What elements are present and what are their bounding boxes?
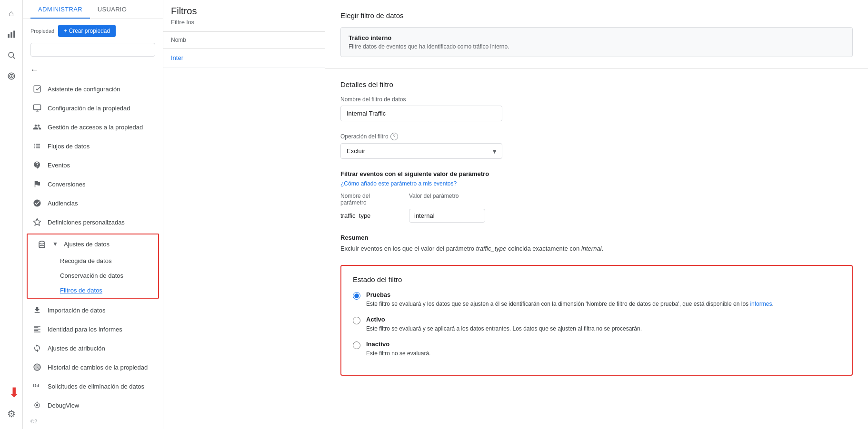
sidebar-item-definiciones[interactable]: Definiciones personalizadas <box>23 213 163 232</box>
sidebar-item-label: Importación de datos <box>48 307 105 314</box>
back-button[interactable]: ← <box>27 62 42 78</box>
svg-text:Dd: Dd <box>33 383 40 388</box>
radio-pruebas[interactable] <box>353 292 360 300</box>
upload-icon <box>32 305 42 315</box>
tab-administrar[interactable]: ADMINISTRAR <box>30 0 90 19</box>
main-content: Filtros Filtre los Nomb Inter Elegir fil… <box>163 0 868 429</box>
sidebar-item-recogida[interactable]: Recogida de datos <box>52 254 158 268</box>
column-header-name: Nomb <box>171 37 186 43</box>
radio-option-activo: Activo Este filtro se evaluará y se apli… <box>353 316 840 333</box>
radio-inactivo-label: Inactivo <box>366 341 430 348</box>
sidebar-item-label: Configuración de la propiedad <box>48 105 130 112</box>
sidebar-item-historial[interactable]: Historial de cambios de la propiedad <box>23 358 163 377</box>
filter-params-link[interactable]: ¿Cómo añado este parámetro a mis eventos… <box>340 180 853 187</box>
filters-list-panel: Filtros Filtre los Nomb Inter <box>163 0 325 429</box>
left-icon-nav: ⌂ ⚙ <box>0 0 23 429</box>
sidebar-item-label: Gestión de accesos a la propiedad <box>48 124 143 131</box>
gear-icon[interactable]: ⚙ <box>2 404 21 423</box>
filters-page-header: Filtros Filtre los <box>163 0 325 32</box>
sidebar-item-gestion[interactable]: Gestión de accesos a la propiedad <box>23 117 163 136</box>
sidebar-item-audiencias[interactable]: Audiencias <box>23 194 163 213</box>
params-table: Nombre del parámetro Valor del parámetro… <box>340 193 853 223</box>
filter-name-input[interactable] <box>340 106 502 121</box>
solicitudes-icon: Dd <box>32 381 42 391</box>
eventos-icon <box>32 160 42 170</box>
sidebar-item-conversiones[interactable]: Conversiones <box>23 175 163 194</box>
params-header: Nombre del parámetro Valor del parámetro <box>340 193 853 206</box>
audiencias-icon <box>32 198 42 208</box>
sidebar-item-filtros[interactable]: Filtros de datos <box>52 283 158 298</box>
sidebar-item-atribucion[interactable]: Ajustes de atribución <box>23 339 163 358</box>
svg-point-14 <box>36 404 39 407</box>
radio-activo[interactable] <box>353 317 360 324</box>
detail-panel: Elegir filtro de datos Tráfico interno F… <box>325 0 868 429</box>
create-property-button[interactable]: + Crear propiedad <box>58 25 116 37</box>
sidebar-item-label: Solicitudes de eliminación de datos <box>48 383 144 390</box>
sidebar-item-importacion[interactable]: Importación de datos <box>23 301 163 320</box>
propiedad-label: Propiedad <box>30 28 54 34</box>
flujos-icon <box>32 141 42 151</box>
sidebar-header: Propiedad + Crear propiedad <box>23 19 163 43</box>
sidebar-item-label: Ajustes de atribución <box>48 345 105 352</box>
svg-point-3 <box>9 52 14 58</box>
sidebar-item-label: Eventos <box>48 162 70 169</box>
search-icon[interactable] <box>2 46 21 65</box>
radio-activo-label: Activo <box>366 316 642 323</box>
target-icon[interactable] <box>2 67 21 86</box>
config-icon <box>32 103 42 113</box>
sidebar-item-eventos[interactable]: Eventos <box>23 156 163 175</box>
definiciones-icon <box>32 217 42 227</box>
filter-name-section: Nombre del filtro de datos <box>340 96 853 121</box>
filter-operation-section: Operación del filtro ? Excluir ▼ <box>340 133 853 159</box>
copyright: ©2 <box>23 415 163 428</box>
sidebar-item-asistente[interactable]: Asistente de configuración <box>23 79 163 98</box>
radio-inactivo-desc: Este filtro no se evaluará. <box>366 349 430 358</box>
atribucion-icon <box>32 343 42 353</box>
sidebar-item-conservacion[interactable]: Conservación de datos <box>52 268 158 283</box>
svg-point-7 <box>11 76 12 77</box>
sidebar-item-label: Asistente de configuración <box>48 86 120 93</box>
param-name-header: Nombre del parámetro <box>340 193 398 206</box>
chart-icon[interactable] <box>2 25 21 44</box>
param-value-input[interactable] <box>409 209 485 223</box>
radio-pruebas-content: Pruebas Este filtro se evaluará y los da… <box>366 291 774 308</box>
sidebar-item-configuracion[interactable]: Configuración de la propiedad <box>23 98 163 117</box>
summary-title: Resumen <box>340 234 853 241</box>
estado-filtro-section: Estado del filtro Pruebas Este filtro se… <box>340 265 853 376</box>
filter-operation-wrapper: Excluir ▼ <box>340 143 502 159</box>
informes-link[interactable]: informes <box>750 301 772 307</box>
ajustes-datos-label: Ajustes de datos <box>64 241 110 248</box>
radio-activo-content: Activo Este filtro se evaluará y se apli… <box>366 316 642 333</box>
params-row: traffic_type <box>340 209 853 223</box>
param-name-cell: traffic_type <box>340 212 398 219</box>
section-divider-1 <box>325 68 868 69</box>
filter-operation-select[interactable]: Excluir <box>340 143 502 159</box>
details-section-title: Detalles del filtro <box>340 80 853 88</box>
svg-line-4 <box>13 57 15 58</box>
filters-description: Filtre los <box>171 19 317 26</box>
property-search-input[interactable] <box>30 43 155 57</box>
svg-rect-2 <box>13 31 15 38</box>
ajustes-datos-icon <box>37 239 47 249</box>
tab-usuario[interactable]: USUARIO <box>90 0 134 19</box>
red-arrow-indicator: ⬇ <box>9 385 20 400</box>
check-icon <box>32 84 42 94</box>
sidebar-item-solicitudes[interactable]: Dd Solicitudes de eliminación de datos <box>23 377 163 396</box>
sidebar-item-label: Flujos de datos <box>48 143 90 150</box>
content-area: Filtros Filtre los Nomb Inter Elegir fil… <box>163 0 868 429</box>
sidebar-item-flujos[interactable]: Flujos de datos <box>23 136 163 156</box>
filter-operation-label: Operación del filtro ? <box>340 133 853 140</box>
sidebar-item-label: DebugView <box>48 402 79 409</box>
radio-inactivo[interactable] <box>353 341 360 349</box>
filter-row-internal[interactable]: Inter <box>163 49 325 68</box>
help-icon[interactable]: ? <box>390 133 398 140</box>
sidebar-item-debugview[interactable]: DebugView <box>23 396 163 415</box>
sidebar-tabs: ADMINISTRAR USUARIO <box>23 0 163 19</box>
radio-pruebas-desc: Este filtro se evaluará y los datos que … <box>366 300 774 308</box>
sidebar-item-identidad[interactable]: Identidad para los informes <box>23 320 163 339</box>
ajustes-datos-header[interactable]: ▼ Ajustes de datos <box>28 234 158 254</box>
estado-title: Estado del filtro <box>353 275 840 283</box>
home-icon[interactable]: ⌂ <box>2 4 21 23</box>
svg-marker-12 <box>34 219 41 225</box>
filter-params-section: Filtrar eventos con el siguiente valor d… <box>340 170 853 223</box>
